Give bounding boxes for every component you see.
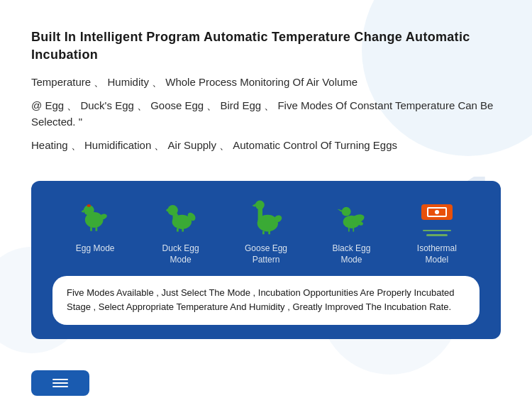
svg-rect-10 bbox=[166, 209, 171, 211]
svg-marker-24 bbox=[337, 209, 341, 212]
control-row: Heating 、 Humidification 、 Air Supply 、 … bbox=[31, 137, 501, 154]
egg-modes-row: @ Egg 、 Duck's Egg 、 Goose Egg 、 Bird Eg… bbox=[31, 98, 501, 130]
duck-mode-label: Duck Egg Mode bbox=[153, 243, 209, 265]
egg-mode-icon bbox=[74, 195, 116, 238]
bottom-button-area bbox=[31, 370, 89, 396]
blue-panel: Egg Mode bbox=[31, 181, 501, 339]
svg-rect-19 bbox=[262, 231, 265, 235]
content-area: Built In Intelligent Program Automatic T… bbox=[0, 0, 532, 181]
isothermal-mode-icon bbox=[416, 195, 458, 238]
description-text: Five Modes Available , Just Select The M… bbox=[67, 286, 465, 316]
btn-line-1 bbox=[52, 379, 68, 380]
mode-item-bird[interactable]: Black Egg Mode bbox=[309, 195, 394, 265]
page-container: 1 Built In Intelligent Program Automatic… bbox=[0, 0, 532, 410]
bird-mode-icon bbox=[330, 195, 372, 238]
svg-rect-4 bbox=[90, 227, 92, 231]
button-icon bbox=[52, 379, 68, 387]
main-title: Built In Intelligent Program Automatic T… bbox=[31, 28, 501, 64]
isothermal-mode-label: Isothermal Model bbox=[409, 243, 465, 265]
mode-item-duck[interactable]: Duck Egg Mode bbox=[138, 195, 223, 265]
mode-item-goose[interactable]: Goose Egg Pattern bbox=[223, 195, 309, 265]
btn-line-2 bbox=[52, 382, 68, 384]
goose-mode-icon bbox=[245, 195, 287, 238]
svg-point-6 bbox=[87, 204, 91, 207]
duck-mode-icon bbox=[160, 195, 202, 238]
mode-item-isothermal[interactable]: Isothermal Model bbox=[394, 195, 480, 265]
svg-rect-13 bbox=[182, 228, 184, 232]
svg-rect-20 bbox=[268, 231, 270, 235]
btn-line-3 bbox=[52, 386, 68, 387]
svg-rect-27 bbox=[353, 228, 354, 232]
feature-row-1: Temperature 、 Humidity 、 Whole Process M… bbox=[31, 74, 501, 91]
goose-mode-label: Goose Egg Pattern bbox=[238, 243, 294, 265]
modes-container: Egg Mode bbox=[52, 195, 480, 265]
egg-mode-label: Egg Mode bbox=[76, 243, 115, 255]
svg-rect-12 bbox=[177, 228, 179, 232]
orange-indicator bbox=[421, 204, 453, 220]
svg-rect-26 bbox=[348, 228, 350, 232]
mode-item-egg[interactable]: Egg Mode bbox=[52, 195, 138, 255]
blue-button[interactable] bbox=[31, 370, 89, 396]
bird-mode-label: Black Egg Mode bbox=[323, 243, 379, 265]
svg-point-16 bbox=[255, 200, 264, 209]
svg-marker-17 bbox=[252, 204, 255, 207]
svg-point-22 bbox=[342, 207, 351, 216]
description-box: Five Modes Available , Just Select The M… bbox=[52, 276, 480, 326]
svg-rect-5 bbox=[95, 227, 97, 231]
svg-marker-2 bbox=[81, 209, 84, 213]
